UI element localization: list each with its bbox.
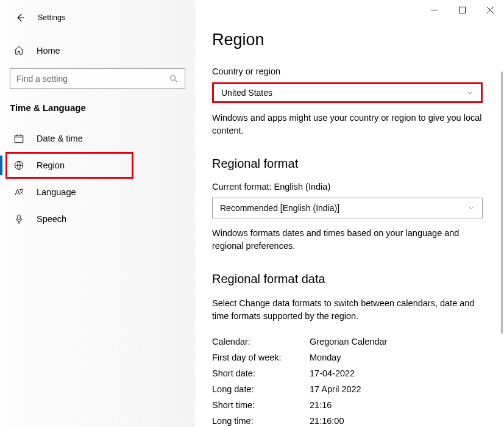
nav-region[interactable]: Region [0,152,195,179]
svg-rect-4 [459,7,465,13]
current-format-label: Current format: English (India) [212,182,487,192]
format-help: Windows formats dates and times based on… [212,227,486,253]
nav-label: Region [37,160,65,170]
nav-label: Speech [37,214,66,224]
svg-rect-1 [15,135,23,143]
chevron-down-icon [467,204,475,212]
table-row: Short time:21:16 [212,397,487,413]
nav-date-time[interactable]: Date & time [0,125,195,152]
window-controls [420,0,504,20]
arrow-left-icon [15,12,26,23]
main-content: Region Country or region United States W… [195,0,504,427]
search-input[interactable]: Find a setting [10,68,185,89]
globe-icon [13,160,26,171]
sidebar: Settings Home Find a setting Time & Lang… [0,0,195,427]
table-row: Long date:17 April 2022 [212,381,487,397]
scrollbar-thumb[interactable] [501,71,503,334]
nav-language[interactable]: Language [0,179,195,206]
app-title: Settings [38,13,65,22]
search-placeholder: Find a setting [16,74,68,84]
back-button[interactable] [13,11,27,24]
format-select[interactable]: Recommended [English (India)] [212,198,483,218]
format-data-table: Calendar:Gregorian Calendar First day of… [212,334,487,427]
table-row: Long time:21:16:00 [212,413,487,427]
format-value: Recommended [English (India)] [220,203,339,213]
nav-home[interactable]: Home [0,39,195,62]
maximize-button[interactable] [448,0,476,20]
nav-label: Language [37,187,76,197]
country-label: Country or region [212,66,487,76]
nav-list: Date & time Region Language Speech [0,125,195,232]
country-help: Windows and apps might use your country … [212,112,486,137]
nav-home-label: Home [37,46,60,56]
minimize-icon [431,7,438,13]
data-heading: Regional format data [212,272,487,286]
calendar-icon [13,133,26,144]
language-icon [13,187,26,198]
svg-point-0 [171,76,176,81]
nav-label: Date & time [37,134,83,143]
close-icon [487,7,494,13]
table-row: Short date:17-04-2022 [212,365,487,381]
maximize-icon [459,7,466,13]
country-value: United States [221,88,272,98]
minimize-button[interactable] [420,0,448,20]
search-icon [169,74,179,84]
table-row: First day of week:Monday [212,350,487,365]
close-button[interactable] [476,0,504,20]
svg-rect-3 [18,215,21,220]
page-title: Region [212,30,487,49]
country-select[interactable]: United States [212,82,483,103]
table-row: Calendar:Gregorian Calendar [212,334,487,350]
chevron-down-icon [466,89,474,96]
section-header: Time & Language [0,92,195,118]
data-intro: Select Change data formats to switch bet… [212,297,486,323]
nav-speech[interactable]: Speech [0,206,195,232]
microphone-icon [13,214,26,224]
home-icon [13,45,26,56]
format-heading: Regional format [212,157,487,171]
